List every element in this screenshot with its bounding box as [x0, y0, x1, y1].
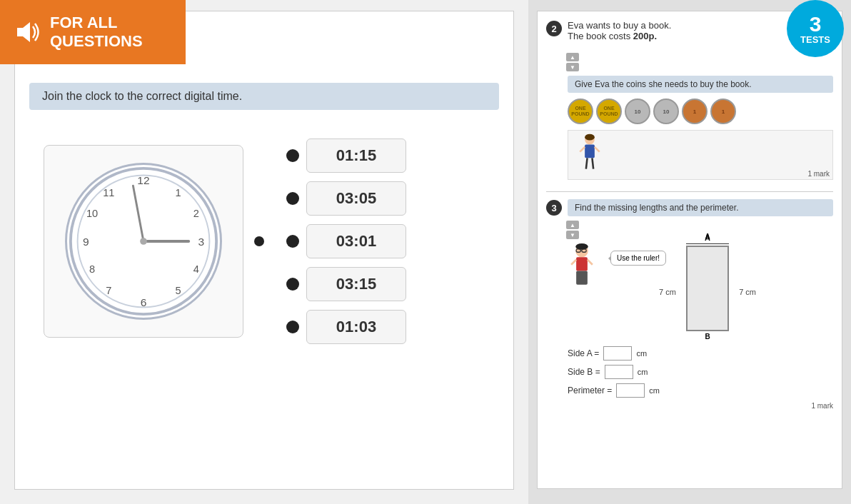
- clock-face: 12 3 6 9 1 2 4 5 7 8 10 11: [65, 163, 222, 320]
- svg-text:10: 10: [86, 208, 98, 219]
- clock-container: 12 3 6 9 1 2 4 5 7 8 10 11: [44, 145, 243, 338]
- q3-instruction: Find the missing lengths and the perimet…: [568, 199, 833, 216]
- coin-pound2[interactable]: ONEPOUND: [596, 99, 622, 124]
- q2-instruction: Give Eva the coins she needs to buy the …: [568, 76, 833, 93]
- time-dot-5: [286, 321, 299, 333]
- svg-line-39: [588, 260, 593, 265]
- character-svg: [566, 243, 598, 293]
- left-panel: FOR ALLQUESTIONS clock showing? Join the…: [0, 0, 528, 504]
- svg-text:9: 9: [83, 236, 89, 248]
- svg-text:11: 11: [103, 187, 114, 198]
- tests-label: TESTS: [800, 35, 830, 44]
- coin-10p1[interactable]: 10: [625, 99, 650, 124]
- right-panel: 3 TESTS 2 Eva wants to buy a book. The b…: [528, 0, 851, 504]
- q2-line1: Eva wants to buy a book.: [568, 20, 788, 31]
- coin-10p2[interactable]: 10: [653, 99, 679, 124]
- q2-line2: The book costs 200p.: [568, 31, 788, 41]
- speaker-icon: [13, 18, 41, 46]
- q2-mark: 1 mark: [807, 170, 830, 178]
- main-content: Join the clock to the correct digital ti…: [14, 11, 514, 490]
- q2-nav[interactable]: ▲ ▼: [566, 53, 579, 71]
- time-option-4[interactable]: 03:15: [286, 267, 406, 301]
- side-a-input[interactable]: [603, 346, 632, 361]
- q2-title: Eva wants to buy a book. The book costs …: [568, 20, 788, 41]
- label-B: B: [686, 333, 729, 341]
- tests-badge: 3 TESTS: [787, 0, 844, 57]
- svg-text:6: 6: [141, 296, 147, 308]
- svg-point-26: [585, 134, 595, 141]
- side-a-row: Side A = cm: [568, 346, 833, 361]
- svg-text:4: 4: [193, 263, 199, 275]
- q3-diagram: A A 7 cm 7 cm B: [686, 243, 729, 341]
- time-box-2: 03:05: [306, 181, 406, 216]
- side-a-unit: cm: [636, 349, 647, 358]
- time-option-5[interactable]: 01:03: [286, 310, 406, 344]
- time-options: 01:15 03:05 03:01 03:15 01:03: [286, 138, 406, 344]
- tests-number: 3: [810, 14, 822, 35]
- svg-text:8: 8: [89, 263, 95, 275]
- q3-nav-down[interactable]: ▼: [566, 231, 579, 239]
- side-b-input[interactable]: [605, 365, 633, 379]
- time-option-1[interactable]: 01:15: [286, 138, 406, 173]
- perimeter-label: Perimeter =: [568, 385, 612, 395]
- header-bar[interactable]: FOR ALLQUESTIONS: [0, 0, 186, 64]
- svg-line-38: [571, 260, 576, 265]
- time-box-1: 01:15: [306, 138, 406, 173]
- perimeter-unit: cm: [649, 386, 660, 395]
- clock-dot-3: [254, 236, 264, 246]
- svg-text:1: 1: [176, 187, 181, 198]
- instruction-box: Join the clock to the correct digital ti…: [29, 83, 499, 110]
- time-dot-2: [286, 192, 299, 205]
- svg-rect-37: [576, 257, 588, 271]
- dim-right: 7 cm: [739, 288, 756, 296]
- question-2-block: 2 Eva wants to buy a book. The book cost…: [546, 20, 833, 180]
- coin-1p1[interactable]: 1: [682, 99, 708, 124]
- q3-nav[interactable]: ▲ ▼: [566, 221, 579, 239]
- time-option-2[interactable]: 03:05: [286, 181, 406, 216]
- dim-left: 7 cm: [659, 288, 676, 296]
- clock-area: 12 3 6 9 1 2 4 5 7 8 10 11: [29, 138, 499, 344]
- header-title: FOR ALLQUESTIONS: [50, 14, 143, 51]
- time-option-3[interactable]: 03:01: [286, 224, 406, 258]
- eva-svg: [575, 133, 604, 176]
- svg-rect-40: [576, 271, 588, 285]
- right-content: 2 Eva wants to buy a book. The book cost…: [537, 11, 842, 489]
- coin-pound1[interactable]: ONEPOUND: [568, 99, 593, 124]
- q3-header: 3 Find the missing lengths and the perim…: [546, 199, 833, 216]
- clock-svg: 12 3 6 9 1 2 4 5 7 8 10 11: [67, 165, 220, 318]
- q3-nav-up[interactable]: ▲: [566, 221, 579, 229]
- side-b-row: Side B = cm: [568, 365, 833, 379]
- side-b-label: Side B =: [568, 367, 600, 377]
- eva-figure-area: 1 mark: [568, 130, 833, 180]
- svg-point-36: [575, 243, 588, 250]
- coins-row: ONEPOUND ONEPOUND 10 10 1 1: [568, 99, 833, 124]
- q2-number: 2: [546, 21, 562, 36]
- character-figure: [566, 243, 598, 293]
- perimeter-input[interactable]: [616, 383, 645, 398]
- side-b-unit: cm: [638, 368, 648, 376]
- svg-line-29: [595, 147, 600, 152]
- time-box-3: 03:01: [306, 224, 406, 258]
- svg-rect-27: [585, 144, 595, 158]
- q3-mark: 1 mark: [546, 402, 833, 410]
- svg-text:12: 12: [137, 174, 149, 186]
- svg-line-28: [580, 147, 585, 152]
- q2-nav-down[interactable]: ▼: [566, 63, 579, 71]
- svg-line-30: [586, 158, 588, 168]
- svg-text:2: 2: [193, 208, 199, 219]
- svg-line-31: [592, 158, 593, 168]
- svg-text:5: 5: [176, 285, 181, 296]
- time-dot-3: [286, 235, 299, 248]
- time-box-5: 01:03: [306, 310, 406, 344]
- svg-text:3: 3: [198, 236, 204, 248]
- divider: [546, 191, 833, 192]
- coin-1p2[interactable]: 1: [710, 99, 736, 124]
- time-box-4: 03:15: [306, 267, 406, 301]
- time-dot-1: [286, 149, 299, 162]
- q2-nav-up[interactable]: ▲: [566, 53, 579, 61]
- svg-point-17: [140, 238, 147, 245]
- q3-number: 3: [546, 200, 562, 216]
- sides-area: Side A = cm Side B = cm Perimeter = cm: [568, 346, 833, 398]
- perimeter-row: Perimeter = cm: [568, 383, 833, 398]
- side-a-label: Side A =: [568, 348, 599, 358]
